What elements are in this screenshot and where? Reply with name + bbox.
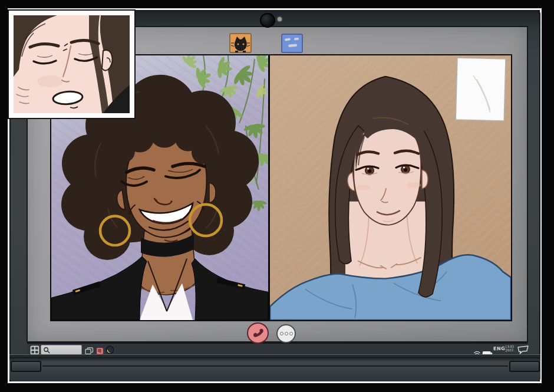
- video-feed-right-participant[interactable]: [270, 55, 511, 320]
- cat-app-icon[interactable]: [229, 33, 252, 55]
- language-indicator[interactable]: ENG: [493, 346, 506, 352]
- comic-panel-scene: ENG 13:01 2022.: [0, 0, 554, 392]
- base-seam-line: [42, 365, 508, 367]
- phone-hangup-icon: [252, 327, 265, 340]
- search-input[interactable]: [41, 345, 82, 355]
- clock-date: 2022.: [505, 348, 515, 353]
- laptop-base: [9, 357, 540, 381]
- ellipsis-icon: [280, 332, 283, 335]
- dash-face-app-icon[interactable]: [281, 34, 303, 55]
- speaker-closeup-inset: [9, 11, 134, 118]
- webcam-led-icon: [278, 17, 282, 21]
- end-call-button[interactable]: [247, 322, 269, 344]
- search-icon: [43, 347, 51, 354]
- paper-sheet: [456, 58, 506, 121]
- start-window-icon: [30, 345, 39, 355]
- more-options-button[interactable]: [276, 324, 296, 343]
- webcam-lens-icon: [260, 13, 275, 28]
- hinge-left: [11, 361, 41, 372]
- clock[interactable]: 13:01 2022.: [505, 345, 515, 353]
- hinge-right: [509, 361, 540, 372]
- start-button[interactable]: [30, 345, 39, 355]
